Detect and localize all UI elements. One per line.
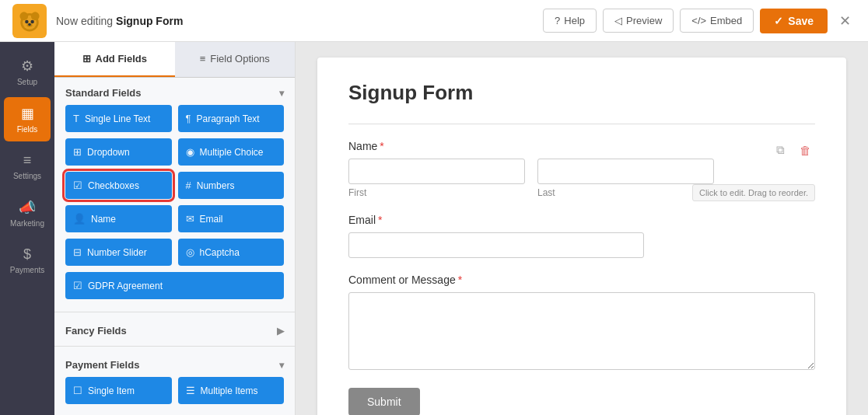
field-btn-name[interactable]: 👤 Name [65, 205, 172, 232]
first-name-label: First [348, 187, 525, 198]
form-field-name[interactable]: ⧉ 🗑 Name* First Last Click to ed [348, 140, 815, 198]
last-name-input[interactable] [537, 159, 714, 184]
fields-icon: ▦ [21, 105, 34, 122]
chevron-right-icon: ▶ [277, 326, 284, 337]
radio-icon: ◉ [186, 146, 194, 158]
field-btn-email[interactable]: ✉ Email [178, 205, 285, 232]
email-icon: ✉ [186, 213, 194, 225]
dollar-icon: $ [23, 246, 31, 263]
last-name-wrap: Last [537, 159, 714, 198]
text-icon: T [73, 113, 79, 124]
name-label: Name* [348, 140, 714, 152]
field-btn-gdpr[interactable]: ☑ GDPR Agreement [65, 272, 284, 299]
multiple-items-icon: ☰ [186, 385, 195, 396]
name-row: First Last [348, 159, 714, 198]
form-field-email[interactable]: Email* [348, 214, 815, 258]
field-btn-single-line-text[interactable]: T Single Line Text [65, 105, 172, 132]
paragraph-icon: ¶ [186, 113, 191, 124]
dropdown-icon: ⊞ [73, 146, 82, 158]
field-btn-single-item[interactable]: ☐ Single Item [65, 377, 172, 404]
field-btn-dropdown[interactable]: ⊞ Dropdown [65, 138, 172, 166]
delete-icon[interactable]: 🗑 [795, 140, 815, 160]
numbers-icon: # [186, 180, 191, 191]
field-btn-paragraph-text[interactable]: ¶ Paragraph Text [178, 105, 285, 132]
svg-point-5 [30, 19, 34, 23]
check-icon: ✓ [774, 15, 783, 27]
topbar-actions: ? Help ◁ Preview </> Embed ✓ Save ✕ [543, 9, 856, 33]
first-name-input[interactable] [348, 159, 525, 184]
sidebar-item-settings[interactable]: ≡ Settings [4, 145, 51, 188]
form-field-message[interactable]: Comment or Message* [348, 274, 815, 372]
email-input[interactable] [348, 232, 644, 258]
field-btn-numbers[interactable]: # Numbers [178, 172, 285, 199]
preview-icon: ◁ [614, 15, 622, 26]
last-name-label: Last [537, 187, 714, 198]
topbar: Now editing Signup Form ? Help ◁ Preview… [0, 0, 868, 42]
field-btn-multiple-choice[interactable]: ◉ Multiple Choice [178, 138, 285, 166]
app-body: ⚙ Setup ▦ Fields ≡ Settings 📣 Marketing … [0, 42, 868, 415]
tab-add-fields[interactable]: ⊞ Add Fields [54, 42, 175, 77]
sidebar-nav: ⚙ Setup ▦ Fields ≡ Settings 📣 Marketing … [0, 42, 54, 415]
email-label: Email* [348, 214, 815, 226]
app-logo [12, 4, 47, 38]
message-label: Comment or Message* [348, 274, 815, 286]
captcha-icon: ◎ [186, 246, 194, 258]
chevron-down-2-icon: ▾ [279, 360, 284, 371]
copy-icon[interactable]: ⧉ [770, 140, 790, 160]
person-icon: 👤 [73, 213, 86, 225]
sidebar-item-fields[interactable]: ▦ Fields [4, 97, 51, 141]
embed-button[interactable]: </> Embed [680, 9, 754, 33]
slider-icon: ⊟ [73, 246, 82, 258]
submit-button[interactable]: Submit [348, 388, 420, 415]
checkbox-icon: ☑ [73, 180, 82, 191]
payment-fields-header[interactable]: Payment Fields ▾ [54, 350, 295, 377]
sidebar-item-marketing[interactable]: 📣 Marketing [4, 191, 51, 235]
embed-icon: </> [691, 15, 706, 26]
gear-icon: ⚙ [21, 58, 33, 75]
field-btn-number-slider[interactable]: ⊟ Number Slider [65, 239, 172, 266]
standard-fields-grid: T Single Line Text ¶ Paragraph Text ⊞ Dr… [54, 105, 295, 309]
tab-field-options[interactable]: ≡ Field Options [175, 42, 296, 77]
field-options-icon: ≡ [200, 53, 206, 65]
svg-point-4 [25, 19, 29, 23]
divider-1 [54, 312, 295, 312]
fields-panel: ⊞ Add Fields ≡ Field Options Standard Fi… [54, 42, 296, 415]
fancy-fields-header[interactable]: Fancy Fields ▶ [54, 316, 295, 343]
close-button[interactable]: ✕ [834, 10, 856, 32]
editing-title: Now editing Signup Form [56, 15, 534, 27]
svg-point-2 [19, 12, 28, 20]
svg-point-3 [31, 12, 40, 20]
preview-button[interactable]: ◁ Preview [603, 9, 674, 33]
chevron-down-icon: ▾ [279, 88, 284, 99]
add-fields-icon: ⊞ [82, 53, 91, 65]
sidebar-item-payments[interactable]: $ Payments [4, 239, 51, 282]
save-button[interactable]: ✓ Save [760, 9, 828, 33]
standard-fields-header[interactable]: Standard Fields ▾ [54, 78, 295, 105]
form-divider [348, 124, 815, 124]
form-title: Signup Form [348, 81, 815, 105]
form-preview-area: Signup Form ⧉ 🗑 Name* First [296, 42, 868, 415]
first-name-wrap: First [348, 159, 525, 198]
help-icon: ? [555, 15, 560, 26]
field-btn-hcaptcha[interactable]: ◎ hCaptcha [178, 239, 285, 266]
click-to-edit-hint: Click to edit. Drag to reorder. [692, 184, 815, 201]
single-item-icon: ☐ [73, 385, 82, 396]
field-btn-checkboxes[interactable]: ☑ Checkboxes [65, 172, 172, 199]
svg-point-7 [28, 23, 31, 26]
settings-icon: ≡ [23, 152, 32, 169]
message-textarea[interactable] [348, 292, 815, 370]
field-hover-actions: ⧉ 🗑 [770, 140, 815, 160]
divider-2 [54, 346, 295, 347]
field-btn-multiple-items[interactable]: ☰ Multiple Items [178, 377, 285, 404]
payment-fields-grid: ☐ Single Item ☰ Multiple Items [54, 377, 295, 413]
megaphone-icon: 📣 [19, 199, 36, 216]
panel-tabs: ⊞ Add Fields ≡ Field Options [54, 42, 295, 78]
help-button[interactable]: ? Help [543, 9, 597, 33]
gdpr-icon: ☑ [73, 280, 82, 291]
form-card: Signup Form ⧉ 🗑 Name* First [317, 58, 846, 415]
sidebar-item-setup[interactable]: ⚙ Setup [4, 50, 51, 94]
